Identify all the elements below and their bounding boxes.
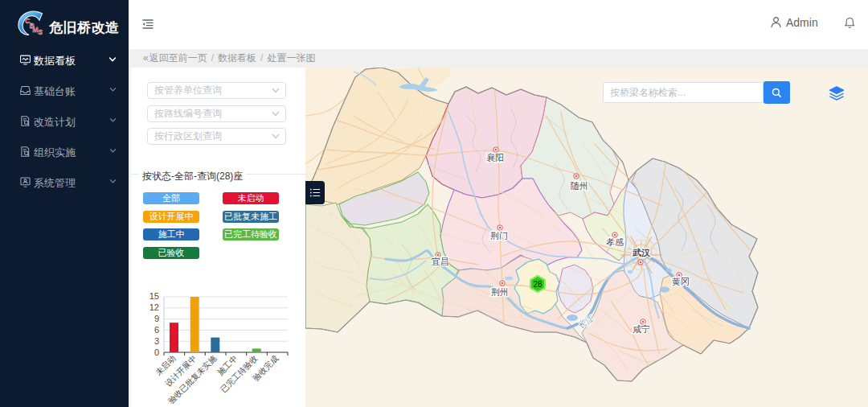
svg-text:宜昌: 宜昌	[432, 257, 449, 266]
svg-text:孝感: 孝感	[606, 237, 624, 247]
svg-text:荆州: 荆州	[491, 287, 509, 297]
svg-text:襄阳: 襄阳	[486, 153, 504, 162]
svg-text:12: 12	[149, 302, 159, 312]
svg-text:黄冈: 黄冈	[672, 277, 690, 286]
svg-text:3: 3	[154, 336, 159, 346]
svg-text:9: 9	[154, 314, 159, 323]
svg-text:15: 15	[149, 291, 159, 301]
svg-text:28: 28	[533, 280, 542, 289]
svg-text:咸宁: 咸宁	[633, 324, 650, 334]
svg-text:武汉: 武汉	[632, 248, 651, 257]
svg-text:荆门: 荆门	[490, 231, 508, 240]
svg-text:0: 0	[154, 347, 159, 357]
svg-text:6: 6	[154, 325, 159, 335]
svg-text:随州: 随州	[571, 181, 588, 191]
svg-text:S: S	[38, 28, 43, 35]
